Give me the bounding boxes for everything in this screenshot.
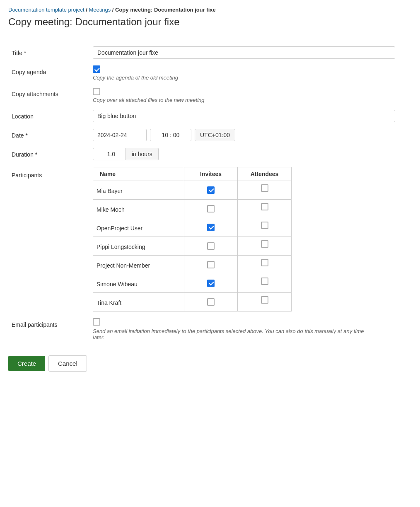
copy-attachments-help: Copy over all attached files to the new … [93,97,410,103]
table-row: Mia Bayer [93,181,292,199]
invitee-checkbox[interactable] [207,205,215,212]
duration-row: Duration * in hours [8,145,412,164]
breadcrumb-current: Copy meeting: Documentation jour fixe [115,7,216,13]
participant-name: Pippi Longstocking [93,237,184,255]
breadcrumb-sep2: / [112,7,115,13]
invitee-checkbox[interactable] [207,280,215,287]
copy-attachments-row: Copy attachments Copy over all attached … [8,84,412,106]
attendee-checkbox[interactable] [261,278,268,285]
date-fields-cell: UTC+01:00 [91,126,412,145]
email-participants-cell: Send an email invitation immediately to … [91,315,412,344]
form-actions: Create Cancel [8,355,412,372]
participants-row: Participants Name Invitees Attendees Mia… [8,164,412,315]
duration-label: Duration * [8,145,91,164]
location-input[interactable] [93,110,395,122]
divider [8,33,412,33]
participant-attendee-cell [238,237,292,255]
table-row: Mike Moch [93,199,292,218]
cancel-button[interactable]: Cancel [48,355,87,372]
participants-label: Participants [8,164,91,315]
table-row: Tina Kraft [93,292,292,311]
duration-group: in hours [93,148,410,160]
invitee-checkbox[interactable] [207,242,215,250]
location-field-cell [91,106,412,126]
copy-agenda-cell: Copy the agenda of the old meeting [91,62,412,84]
date-input[interactable] [93,129,147,141]
copy-attachments-checkbox[interactable] [93,88,100,95]
participant-invitee-cell [184,274,238,292]
participant-invitee-cell [184,181,238,199]
breadcrumb-meetings-link[interactable]: Meetings [89,7,111,13]
participant-invitee-cell [184,199,238,218]
participant-attendee-cell [238,274,292,292]
participants-table-cell: Name Invitees Attendees Mia BayerMike Mo… [91,164,412,315]
col-header-attendees: Attendees [238,167,292,181]
duration-field-cell: in hours [91,145,412,164]
create-button[interactable]: Create [8,356,45,371]
invitee-checkbox[interactable] [207,186,215,194]
email-participants-label: Email participants [8,315,91,344]
participant-invitee-cell [184,237,238,255]
attendee-checkbox[interactable] [261,184,268,192]
attendee-checkbox[interactable] [261,240,268,248]
title-label: Title * [8,43,91,62]
participant-attendee-cell [238,255,292,274]
location-label: Location [8,106,91,126]
copy-agenda-row: Copy agenda Copy the agenda of the old m… [8,62,412,84]
email-participants-help: Send an email invitation immediately to … [93,328,374,340]
copy-agenda-label: Copy agenda [8,62,91,84]
attendee-checkbox[interactable] [261,259,268,266]
participant-name: OpenProject User [93,218,184,237]
participant-invitee-cell [184,292,238,311]
participant-name: Simone Wibeau [93,274,184,292]
title-field-cell [91,43,412,62]
email-participants-row: Email participants Send an email invitat… [8,315,412,344]
table-row: Project Non-Member [93,255,292,274]
participant-name: Mike Moch [93,199,184,218]
participant-attendee-cell [238,199,292,218]
invitee-checkbox[interactable] [207,298,215,306]
duration-unit-label: in hours [126,148,159,160]
participant-name: Mia Bayer [93,181,184,199]
copy-agenda-help: Copy the agenda of the old meeting [93,75,410,81]
invitee-checkbox[interactable] [207,224,215,231]
attendee-checkbox[interactable] [261,296,268,304]
participant-invitee-cell [184,218,238,237]
attendee-checkbox[interactable] [261,222,268,229]
participant-invitee-cell [184,255,238,274]
col-header-invitees: Invitees [184,167,238,181]
date-fields-group: UTC+01:00 [93,129,410,141]
table-row: OpenProject User [93,218,292,237]
title-row: Title * [8,43,412,62]
duration-input[interactable] [93,148,126,160]
participant-attendee-cell [238,218,292,237]
invitee-checkbox[interactable] [207,261,215,268]
participant-name: Project Non-Member [93,255,184,274]
email-participants-checkbox[interactable] [93,318,100,326]
time-input[interactable] [150,129,191,141]
participant-attendee-cell [238,181,292,199]
attendee-checkbox[interactable] [261,203,268,210]
timezone-display: UTC+01:00 [195,129,235,141]
breadcrumb: Documentation template project / Meeting… [8,7,412,13]
date-label: Date * [8,126,91,145]
page-title: Copy meeting: Documentation jour fixe [8,16,412,28]
date-row: Date * UTC+01:00 [8,126,412,145]
participants-table: Name Invitees Attendees Mia BayerMike Mo… [93,167,292,311]
participant-name: Tina Kraft [93,292,184,311]
copy-agenda-checkbox[interactable] [93,65,100,73]
table-row: Pippi Longstocking [93,237,292,255]
participants-header-row: Name Invitees Attendees [93,167,292,181]
copy-attachments-cell: Copy over all attached files to the new … [91,84,412,106]
copy-attachments-label: Copy attachments [8,84,91,106]
table-row: Simone Wibeau [93,274,292,292]
participant-attendee-cell [238,292,292,311]
copy-meeting-form: Title * Copy agenda Copy the agenda of t… [8,43,412,344]
title-input[interactable] [93,46,395,59]
breadcrumb-project-link[interactable]: Documentation template project [8,7,84,13]
col-header-name: Name [93,167,184,181]
location-row: Location [8,106,412,126]
